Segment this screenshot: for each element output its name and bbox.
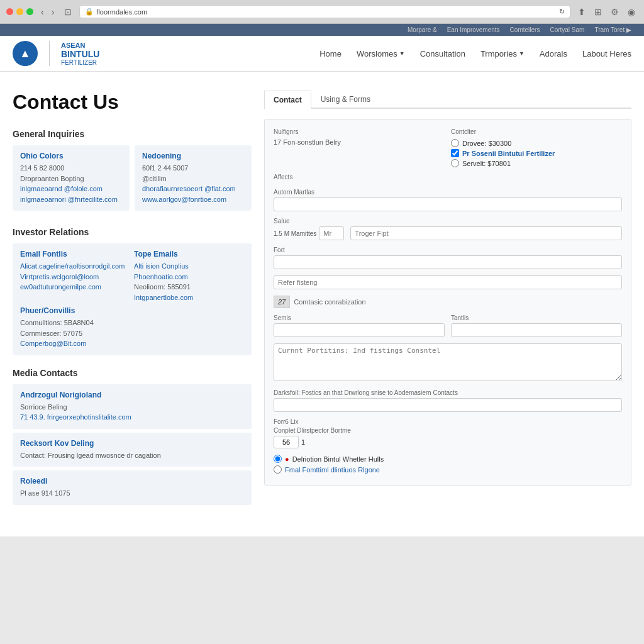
salute-label: Salue xyxy=(274,218,344,225)
nav-adorals[interactable]: Adorals xyxy=(540,49,567,58)
captcha-area: 27 Comtasic conrabization xyxy=(274,296,622,308)
utility-link-2[interactable]: Ean Improvements xyxy=(447,26,500,33)
email-fontlis-text: Alicat.cageline/raoltisonrodgil.com Virr… xyxy=(20,261,130,292)
submit-option-1[interactable]: ● Delriotion Bintul Whetler Hulls xyxy=(274,455,622,463)
refer-input[interactable] xyxy=(274,275,622,289)
darksfoil-input[interactable] xyxy=(274,398,622,412)
navigation-value: 17 Fon-sonstlun Belry xyxy=(274,138,341,146)
profile-button[interactable]: ◉ xyxy=(625,6,638,18)
autorn-input[interactable] xyxy=(274,197,622,211)
forr6-row: Forr6 Lix Conplet Dlirstpector Bortme 1 xyxy=(274,418,622,448)
new-tab-button[interactable]: ⊞ xyxy=(592,6,604,18)
tope-emails-card: Tope Emails Alti ision Conplius Phoenhoa… xyxy=(134,250,244,303)
traffic-lights xyxy=(6,8,33,15)
back-button[interactable]: ‹ xyxy=(38,6,47,18)
qty-unit: 1 xyxy=(301,438,305,446)
nav-worslomes[interactable]: Worslomes ▼ xyxy=(357,49,405,58)
logo-line3: FERTILIZER xyxy=(61,59,99,66)
submit-option-2-input[interactable] xyxy=(274,465,282,474)
logo-area: ▲ ASEAN BINTULU FERTILIZER xyxy=(13,41,99,66)
phuer-convillis-text: Conmulitions: 5BA8N04 Cornmiescer: 57075… xyxy=(20,318,130,349)
salute-col: Salue 1.5 M Mamittes xyxy=(274,218,344,240)
submit-option-1-input[interactable] xyxy=(274,455,282,463)
roleedi-card: Roleedi Pl ase 914 1075 xyxy=(13,470,252,505)
nav-links: Home Worslomes ▼ Consultation Trmpories … xyxy=(319,49,631,58)
logo-divider xyxy=(49,41,50,66)
radio-drovee-input[interactable] xyxy=(451,139,459,147)
extensions-button[interactable]: ⚙ xyxy=(608,6,621,18)
qty-row: 1 xyxy=(274,436,622,448)
submit-option-2[interactable]: Fmal Fomttiml dlintiuos Rlgone xyxy=(274,465,622,474)
first-name-col xyxy=(350,218,622,240)
radio-prsosenii[interactable]: Pr Sosenii Bintutui Fertilizer xyxy=(451,149,622,157)
forward-button[interactable]: › xyxy=(49,6,57,18)
phuer-convillis-title: Phuer/Convillis xyxy=(20,306,130,315)
radio-servelt-input[interactable] xyxy=(451,159,459,167)
tab-using-forms[interactable]: Using & Forms xyxy=(311,91,380,108)
utility-link-3[interactable]: Comtellers xyxy=(510,26,540,33)
roleedi-text: Pl ase 914 1075 xyxy=(20,488,244,499)
navigation-col: Nulfignrs 17 Fon-sonstlun Belry xyxy=(274,128,445,167)
contact-type-group: Contclter Drovee: $30300 Pr Sosenii Bint… xyxy=(451,128,622,167)
tope-emails-text: Alti ision Conplius Phoenhoatio.com Neol… xyxy=(134,261,244,303)
tab-contact[interactable]: Contact xyxy=(264,91,311,109)
recksort-card: Recksort Kov Deling Contact: Frousing lg… xyxy=(13,433,252,467)
salute-value: 1.5 M Mamittes xyxy=(274,230,316,237)
navigation-label: Nulfignrs xyxy=(274,128,445,135)
utility-link-1[interactable]: Morpare & xyxy=(408,26,437,33)
darksfoil-row: Darksfoil: Fostics an that Drwrlong snis… xyxy=(274,389,622,412)
semis-label: Semis xyxy=(274,314,445,321)
submit-option-1-icon: ● xyxy=(285,455,289,463)
textarea-row xyxy=(274,343,622,383)
nav-consultation[interactable]: Consultation xyxy=(420,49,465,58)
share-button[interactable]: ⬆ xyxy=(575,6,588,18)
utility-link-4[interactable]: Cortyal Sam xyxy=(550,26,584,33)
nedoening-card: Nedoening 60f1 2 44 5007 @cltilim dhoraf… xyxy=(135,145,252,211)
checkbox-prsosenii-input[interactable] xyxy=(451,149,459,157)
contact-form: Nulfignrs 17 Fon-sonstlun Belry Contclte… xyxy=(264,119,631,486)
phuer-convillis-card: Phuer/Convillis Conmulitions: 5BA8N04 Co… xyxy=(20,306,130,349)
url-text: floormdales.com xyxy=(96,8,147,16)
maximize-button[interactable] xyxy=(26,8,33,15)
andrzogul-title: Andrzogul Norigioland xyxy=(20,391,244,399)
affects-label: Affects xyxy=(274,174,622,180)
semis-input[interactable] xyxy=(274,323,445,337)
tantlis-col: Tantlis xyxy=(451,314,622,337)
recksort-title: Recksort Kov Deling xyxy=(20,439,244,448)
recksort-text: Contact: Frousing lgead mwosnce dr cagat… xyxy=(20,450,244,461)
media-contacts-section: Media Contacts Andrzogul Norigioland Sor… xyxy=(13,368,252,505)
navigation-row: Nulfignrs 17 Fon-sonstlun Belry Contclte… xyxy=(274,128,622,167)
investor-relations-title: Investor Relations xyxy=(13,227,252,237)
media-contacts-title: Media Contacts xyxy=(13,368,252,378)
nav-trmpories[interactable]: Trmpories ▼ xyxy=(480,49,525,58)
left-column: Contact Us General Inquiries Ohio Colors… xyxy=(13,91,252,518)
address-bar[interactable]: 🔒 floormdales.com ↻ xyxy=(79,5,570,18)
forr6-col: Forr6 Lix Conplet Dlirstpector Bortme 1 xyxy=(274,418,622,448)
nedoening-text: 60f1 2 44 5007 @cltilim dhorafiaurnresoe… xyxy=(142,163,244,204)
radio-servelt[interactable]: Servelt: $70801 xyxy=(451,159,622,167)
autorn-row: Autorn Martlas xyxy=(274,189,622,211)
nav-home[interactable]: Home xyxy=(319,49,341,58)
darksfoil-col: Darksfoil: Fostics an that Drwrlong snis… xyxy=(274,389,622,412)
refresh-icon[interactable]: ↻ xyxy=(559,8,565,16)
minimize-button[interactable] xyxy=(16,8,23,15)
window-button[interactable]: ⊡ xyxy=(62,6,74,18)
logo-line1: ASEAN xyxy=(61,42,99,49)
captcha-value: 27 xyxy=(274,296,290,308)
page-title: Contact Us xyxy=(13,91,252,114)
qty-input[interactable] xyxy=(274,436,299,448)
message-textarea[interactable] xyxy=(274,343,622,381)
andrzogul-card: Andrzogul Norigioland Sorrioce Beling 71… xyxy=(13,384,252,429)
utility-link-5[interactable]: Tram Toret ▶ xyxy=(594,26,631,33)
tantlis-input[interactable] xyxy=(451,323,622,337)
first-name-input[interactable] xyxy=(350,226,622,240)
nav-labout[interactable]: Labout Heres xyxy=(582,49,631,58)
autorn-col: Autorn Martlas xyxy=(274,189,622,211)
general-inquiries-section: General Inquiries Ohio Colors 214 5 82 8… xyxy=(13,129,252,214)
radio-drovee[interactable]: Drovee: $30300 xyxy=(451,139,622,147)
salute-prefix-input[interactable] xyxy=(319,226,344,240)
first-name-label xyxy=(350,218,622,225)
fort-input[interactable] xyxy=(274,255,622,269)
logo-text: ASEAN BINTULU FERTILIZER xyxy=(61,42,99,66)
close-button[interactable] xyxy=(6,8,13,15)
